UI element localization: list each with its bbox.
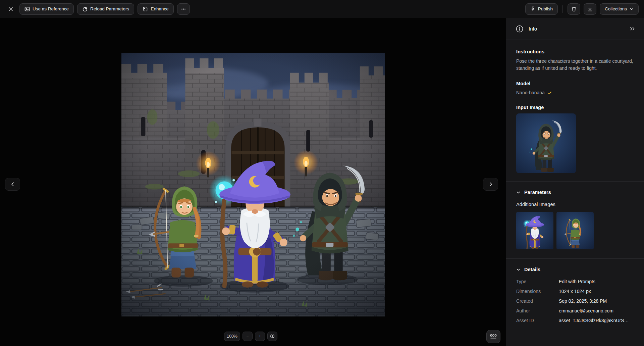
model-heading: Model <box>516 81 635 86</box>
collections-button[interactable]: Collections <box>600 3 639 15</box>
publish-label: Publish <box>538 6 553 11</box>
enhance-label: Enhance <box>151 6 168 11</box>
pin-icon <box>530 6 535 11</box>
reload-parameters-button[interactable]: Reload Parameters <box>77 3 134 15</box>
zoom-in-button[interactable]: + <box>255 332 265 341</box>
additional-images-row <box>516 211 635 250</box>
detail-label: Type <box>516 279 559 284</box>
fit-to-screen-icon <box>270 334 275 339</box>
detail-row-asset-id: Asset ID asset_TJoJsSGfzRk3gjaKnUrS… <box>516 318 635 323</box>
trash-icon <box>571 6 577 12</box>
more-options-button[interactable] <box>177 3 190 15</box>
instructions-text: Pose the three characters together in a … <box>516 58 635 72</box>
previous-image-button[interactable] <box>5 178 20 191</box>
info-icon <box>516 25 524 33</box>
info-panel-title: Info <box>529 26 537 32</box>
details-heading: Details <box>524 267 540 272</box>
chevron-down-icon <box>516 267 521 272</box>
enhance-icon <box>143 6 148 12</box>
use-as-reference-button[interactable]: Use as Reference <box>19 3 74 15</box>
collapse-panel-button[interactable] <box>628 25 637 33</box>
fit-to-screen-button[interactable] <box>267 332 277 341</box>
detail-row-author: Author emmanuel@scenario.com <box>516 308 635 313</box>
detail-label: Asset ID <box>516 318 559 323</box>
reload-parameters-label: Reload Parameters <box>90 6 129 11</box>
details-section-header[interactable]: Details <box>516 267 635 272</box>
use-as-reference-label: Use as Reference <box>33 6 69 11</box>
zoom-controls: 100% − + <box>224 332 277 341</box>
parameters-heading: Parameters <box>524 190 551 195</box>
detail-row-type: Type Edit with Prompts <box>516 279 635 284</box>
detail-label: Created <box>516 298 559 304</box>
detail-value: Edit with Prompts <box>559 279 595 284</box>
image-viewer: 100% − + <box>0 18 506 346</box>
parameters-section-header[interactable]: Parameters <box>516 190 635 195</box>
toolbar: Use as Reference Reload Parameters Enhan… <box>0 0 644 18</box>
chevron-left-icon <box>10 182 15 187</box>
info-panel-content: Instructions Pose the three characters t… <box>506 40 644 323</box>
toolbar-divider <box>562 5 563 13</box>
close-button[interactable] <box>5 3 16 15</box>
double-chevron-right-icon <box>630 26 635 31</box>
zoom-out-button[interactable]: − <box>243 332 253 341</box>
download-icon <box>587 6 593 12</box>
toolbar-left: Use as Reference Reload Parameters Enhan… <box>5 3 190 15</box>
banana-icon <box>547 90 552 95</box>
model-value: Nano-banana <box>516 90 552 95</box>
publish-button[interactable]: Publish <box>525 3 558 15</box>
chevron-down-icon <box>630 7 634 11</box>
image-icon <box>24 6 30 12</box>
info-panel-header: Info <box>506 18 644 40</box>
detail-row-dimensions: Dimensions 1024 x 1024 px <box>516 289 635 294</box>
generated-image <box>121 53 385 316</box>
zoom-level-button[interactable]: 100% <box>224 332 240 341</box>
detail-label: Author <box>516 308 559 313</box>
input-image-heading: Input Image <box>516 105 635 110</box>
chevron-right-icon <box>488 182 493 187</box>
detail-value: 1024 x 1024 px <box>559 289 591 294</box>
additional-image-archer[interactable] <box>556 211 594 250</box>
enhance-button[interactable]: Enhance <box>138 3 173 15</box>
section-divider <box>506 258 644 259</box>
detail-value: emmanuel@scenario.com <box>559 308 613 313</box>
info-panel: Info Instructions Pose the three charact… <box>506 18 644 346</box>
instructions-heading: Instructions <box>516 49 635 54</box>
section-divider <box>506 181 644 182</box>
details-rows: Type Edit with Prompts Dimensions 1024 x… <box>516 279 635 323</box>
detail-row-created: Created Sep 02, 2025, 3:28 PM <box>516 298 635 304</box>
filmstrip-toggle-button[interactable] <box>486 330 500 343</box>
model-block: Model Nano-banana <box>516 81 635 96</box>
reload-icon <box>82 6 88 12</box>
detail-label: Dimensions <box>516 289 559 294</box>
download-button[interactable] <box>584 3 596 15</box>
additional-image-wizard[interactable] <box>516 211 553 250</box>
delete-button[interactable] <box>568 3 580 15</box>
filmstrip-icon <box>490 334 497 339</box>
detail-value: asset_TJoJsSGfzRk3gjaKnUrS… <box>559 318 629 323</box>
input-image-thumbnail[interactable] <box>516 113 576 173</box>
toolbar-right: Publish Collections <box>525 3 639 15</box>
next-image-button[interactable] <box>483 178 498 191</box>
detail-value: Sep 02, 2025, 3:28 PM <box>559 298 607 304</box>
ellipsis-icon <box>181 6 186 12</box>
model-name: Nano-banana <box>516 90 545 95</box>
collections-label: Collections <box>605 6 627 11</box>
additional-images-heading: Additional Images <box>516 202 635 207</box>
chevron-down-icon <box>516 190 521 195</box>
close-icon <box>8 6 13 12</box>
